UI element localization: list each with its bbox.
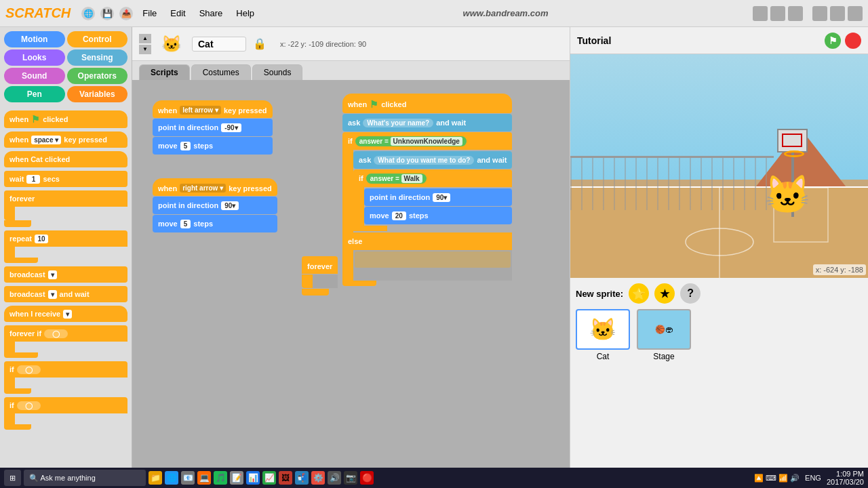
block-when-flag[interactable]: when ⚑ clicked [4,110,127,128]
window-ctrl-4[interactable] [812,6,827,21]
window-ctrl-1[interactable] [753,6,768,21]
task-icon-6[interactable]: 📝 [230,471,243,485]
hoop-ring [784,150,804,157]
upload-icon[interactable]: 📤 [119,7,133,20]
task-icon-8[interactable]: 📈 [262,471,276,485]
sprite-coords: x: -22 y: -109 direction: 90 [280,40,366,48]
sprite-header: ▲ ▼ 🐱 Cat 🔒 x: -22 y: -109 direction: 90 [132,27,570,61]
sprite-name-field[interactable]: Cat [192,37,246,52]
save-icon[interactable]: 💾 [100,7,114,20]
cat-looks[interactable]: Looks [4,49,65,66]
cat-variables[interactable]: Variables [67,86,128,102]
tab-sounds[interactable]: Sounds [252,64,303,80]
sb-ask-want[interactable]: ask What do you want me to do? and wait [353,151,512,169]
hoop-board-inner [782,134,802,147]
block-if2[interactable]: if ◯ [4,397,127,430]
edit-menu[interactable]: Edit [166,7,189,20]
sprite-item-cat[interactable]: 🐱 Cat [576,309,630,361]
tab-scripts[interactable]: Scripts [139,64,190,80]
sb-if-top[interactable]: if answer = UnknownKnowledge [342,132,512,150]
block-forever-if[interactable]: forever if ◯ [4,325,127,358]
block-if[interactable]: if ◯ [4,361,127,394]
lang-indicator: ENG [805,474,821,482]
middle-panel: ▲ ▼ 🐱 Cat 🔒 x: -22 y: -109 direction: 90… [132,27,570,468]
sb-if-body: ask What do you want me to do? and wait … [342,150,512,232]
task-icon-14[interactable]: 🔴 [360,471,374,485]
help-menu[interactable]: Help [232,7,258,20]
task-icon-12[interactable]: 🔊 [328,471,341,485]
sb-move-5-right[interactable]: move 5 steps [153,215,277,232]
sb-if-walk-top[interactable]: if answer = Walk [353,169,512,187]
cat-sound[interactable]: Sound [4,68,65,84]
window-ctrl-2[interactable] [770,6,785,21]
task-icon-13[interactable]: 📷 [344,471,357,485]
sprite-nav-down[interactable]: ▼ [139,45,151,54]
block-when-sprite[interactable]: when Cat clicked [4,151,127,167]
sb-if-walk-body: point in direction 90▾ move 20 steps [353,187,512,226]
window-ctrl-3[interactable] [788,6,803,21]
topbar-right [753,6,863,21]
hoop-board [777,129,808,152]
stage-fence [570,156,774,210]
sprite-thumbnail: 🐱 [158,30,185,58]
sprite-item-stage[interactable]: 🏀🏟 Stage [637,309,691,361]
block-forever[interactable]: forever [4,190,127,227]
task-icon-11[interactable]: ⚙️ [311,471,325,485]
script-area[interactable]: when left arrow ▾ key pressed point in d… [132,80,570,468]
right-panel: Tutorial ⚑ [570,27,868,468]
task-icon-2[interactable]: 🌐 [165,471,178,485]
globe-icon[interactable]: 🌐 [81,7,95,20]
block-wait[interactable]: wait 1 secs [4,171,127,187]
new-sprite-star1[interactable]: ⭐ [629,283,649,304]
file-menu[interactable]: File [138,7,161,20]
cat-operators[interactable]: Operators [67,68,128,84]
tab-costumes[interactable]: Costumes [191,64,251,80]
sprites-area: New sprite: ⭐ ★ ? 🐱 Cat 🏀🏟 Stage [570,278,868,468]
sb-else-body [342,250,512,281]
search-btn[interactable]: 🔍 Ask me anything [24,470,146,486]
sb-when-flag-main[interactable]: when ⚑ clicked [342,94,512,113]
sb-point-dir-neg90[interactable]: point in direction -90▾ [153,119,273,136]
block-when-receive[interactable]: when I receive ▾ [4,306,127,322]
window-ctrl-5[interactable] [830,6,845,21]
sb-when-left-arrow[interactable]: when left arrow ▾ key pressed [153,100,273,118]
main-area: Motion Control Looks Sensing Sound Opera… [0,27,868,468]
topbar: SCRATCH 🌐 💾 📤 File Edit Share Help www.b… [0,0,868,27]
task-icon-9[interactable]: 🖼 [279,471,292,485]
sb-point-dir-90[interactable]: point in direction 90▾ [153,197,277,214]
sb-ask-name[interactable]: ask What's your name? and wait [342,114,512,131]
sb-forever-float-top[interactable]: forever [302,256,338,274]
sb-move-5-left[interactable]: move 5 steps [153,137,273,155]
cat-sprite-stage[interactable]: 🐱 [764,173,811,217]
block-when-key[interactable]: when space ▾ key pressed [4,131,127,148]
lock-icon: 🔒 [253,37,267,50]
sprite-thumb-stage: 🏀🏟 [637,309,691,350]
cat-pen[interactable]: Pen [4,86,65,102]
cat-motion[interactable]: Motion [4,31,65,47]
sb-move-20[interactable]: move 20 steps [364,207,512,224]
block-broadcast[interactable]: broadcast ▾ [4,266,127,283]
sb-point-90-inner[interactable]: point in direction 90▾ [364,188,512,206]
task-icon-5[interactable]: 🎵 [214,471,227,485]
task-icon-10[interactable]: 📬 [295,471,309,485]
stage-header: Tutorial ⚑ [570,27,868,54]
sprite-nav-up[interactable]: ▲ [139,34,151,43]
sb-when-right-arrow[interactable]: when right arrow ▾ key pressed [153,178,277,196]
site-url: www.bandream.com [264,8,747,18]
window-ctrl-6[interactable] [848,6,863,21]
stop-btn[interactable] [845,33,861,49]
task-icon-7[interactable]: 📊 [246,471,260,485]
task-icon-3[interactable]: 📧 [181,471,195,485]
task-icon-1[interactable]: 📁 [149,471,162,485]
cat-sensing[interactable]: Sensing [67,49,128,66]
task-icon-4[interactable]: 💻 [197,471,211,485]
green-flag-btn[interactable]: ⚑ [825,33,841,49]
new-sprite-question[interactable]: ? [680,283,701,304]
start-btn[interactable]: ⊞ [4,470,21,486]
new-sprite-star2[interactable]: ★ [654,283,675,304]
block-repeat[interactable]: repeat 10 [4,230,127,263]
cat-control[interactable]: Control [67,31,128,47]
sb-else[interactable]: else [342,232,512,250]
block-broadcast-wait[interactable]: broadcast ▾ and wait [4,286,127,302]
share-menu[interactable]: Share [195,7,227,20]
